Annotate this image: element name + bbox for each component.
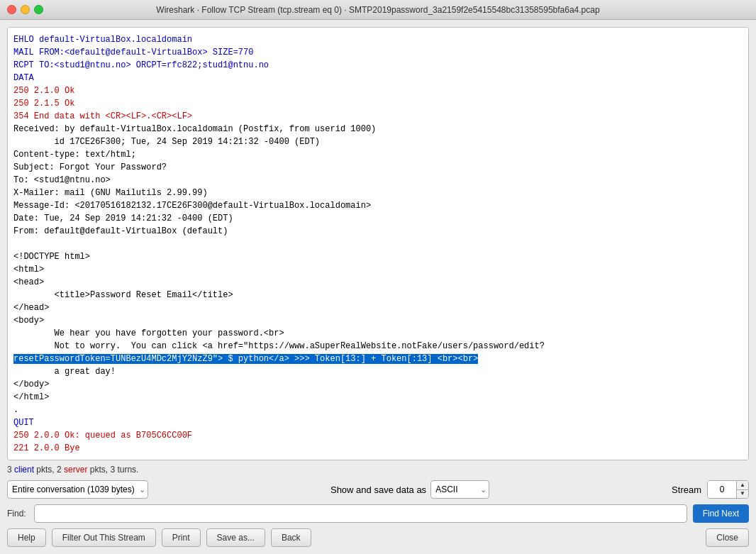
print-button[interactable]: Print: [162, 528, 201, 547]
stream-line: a great day!: [13, 365, 743, 378]
stream-line: To: <stud1@ntnu.no>: [13, 174, 743, 187]
stream-line: Received: by default-VirtualBox.localdom…: [13, 123, 743, 135]
find-input[interactable]: [34, 504, 687, 523]
bottom-row: Help Filter Out This Stream Print Save a…: [7, 528, 749, 547]
window-title: Wireshark · Follow TCP Stream (tcp.strea…: [156, 5, 599, 15]
stream-line: </head>: [13, 301, 743, 314]
main-container: EHLO default-VirtualBox.localdomainMAIL …: [0, 20, 756, 554]
stream-line: 250 2.1.0 Ok: [13, 84, 743, 97]
stream-line: <body>: [13, 314, 743, 327]
stream-line: <title>Password Reset Email</title>: [13, 289, 743, 301]
server-pkts-label: server: [64, 465, 87, 475]
back-button[interactable]: Back: [271, 528, 311, 547]
stream-line: .: [13, 404, 743, 416]
stream-content-area[interactable]: EHLO default-VirtualBox.localdomainMAIL …: [7, 27, 749, 460]
minimize-window-button[interactable]: [21, 5, 30, 14]
stream-line-highlighted: resetPasswordToken=TUNBezU4MDc2MjY2NzZ9"…: [13, 354, 478, 364]
stream-line: DATA: [13, 72, 743, 84]
show-save-label: Show and save data as: [330, 484, 426, 495]
stream-spinbox[interactable]: ▲ ▼: [707, 480, 749, 499]
find-row: Find: Find Next: [7, 504, 749, 523]
client-pkts-label: client: [14, 465, 34, 475]
stream-spin-up[interactable]: ▲: [737, 481, 748, 490]
controls-middle: Show and save data as ASCII EBCDIC Hex D…: [154, 480, 666, 499]
title-bar: Wireshark · Follow TCP Stream (tcp.strea…: [0, 0, 756, 20]
stats-bar: 3 client pkts, 2 server pkts, 3 turns.: [7, 465, 749, 475]
stream-spin-buttons[interactable]: ▲ ▼: [736, 481, 748, 498]
stream-line: resetPasswordToken=TUNBezU4MDc2MjY2NzZ9"…: [13, 353, 743, 365]
stream-input[interactable]: [708, 481, 736, 498]
stream-line: 354 End data with <CR><LF>.<CR><LF>: [13, 110, 743, 123]
format-select[interactable]: ASCII EBCDIC Hex Dump C Arrays Raw: [430, 480, 489, 499]
close-button[interactable]: Close: [706, 528, 749, 547]
controls-row: Entire conversation (1039 bytes) client …: [7, 480, 749, 499]
conversation-select-wrapper[interactable]: Entire conversation (1039 bytes) client …: [7, 480, 148, 499]
stream-line: [13, 238, 743, 250]
stream-line: <!DOCTYPE html>: [13, 250, 743, 263]
stream-line: Message-Id: <20170516182132.17CE26F300@d…: [13, 199, 743, 212]
stream-line: MAIL FROM:<default@default-VirtualBox> S…: [13, 46, 743, 59]
stream-line: X-Mailer: mail (GNU Mailutils 2.99.99): [13, 187, 743, 199]
stream-line: 250 2.1.5 Ok: [13, 97, 743, 110]
stream-line: RCPT TO:<stud1@ntnu.no> ORCPT=rfc822;stu…: [13, 59, 743, 72]
stream-line: EHLO default-VirtualBox.localdomain: [13, 33, 743, 46]
stream-spin-down[interactable]: ▼: [737, 490, 748, 499]
filter-out-button[interactable]: Filter Out This Stream: [52, 528, 156, 547]
conversation-select[interactable]: Entire conversation (1039 bytes) client …: [7, 480, 148, 499]
stream-line: <head>: [13, 276, 743, 289]
stream-label: Stream: [672, 484, 701, 495]
help-button[interactable]: Help: [7, 528, 46, 547]
stream-line: id 17CE26F300; Tue, 24 Sep 2019 14:21:32…: [13, 135, 743, 148]
traffic-lights[interactable]: [7, 5, 43, 14]
close-window-button[interactable]: [7, 5, 16, 14]
maximize-window-button[interactable]: [34, 5, 43, 14]
stream-line: We hear you have forgotten your password…: [13, 327, 743, 340]
stream-line: <html>: [13, 263, 743, 276]
stream-line: From: default@default-VirtualBox (defaul…: [13, 225, 743, 238]
find-next-button[interactable]: Find Next: [693, 504, 749, 523]
stream-line: Subject: Forgot Your Password?: [13, 161, 743, 174]
format-select-wrapper[interactable]: ASCII EBCDIC Hex Dump C Arrays Raw: [430, 480, 489, 499]
stream-line: Not to worry. You can click <a href="htt…: [13, 340, 743, 353]
stream-line: Date: Tue, 24 Sep 2019 14:21:32 -0400 (E…: [13, 212, 743, 225]
stream-line: 221 2.0.0 Bye: [13, 442, 743, 455]
find-label: Find:: [7, 509, 28, 519]
stream-line: Content-type: text/html;: [13, 148, 743, 161]
stream-line: QUIT: [13, 416, 743, 429]
stream-line: </body>: [13, 378, 743, 391]
stream-line: </html>: [13, 391, 743, 404]
save-as-button[interactable]: Save as...: [206, 528, 265, 547]
stream-line: 250 2.0.0 Ok: queued as B705C6CC00F: [13, 429, 743, 442]
